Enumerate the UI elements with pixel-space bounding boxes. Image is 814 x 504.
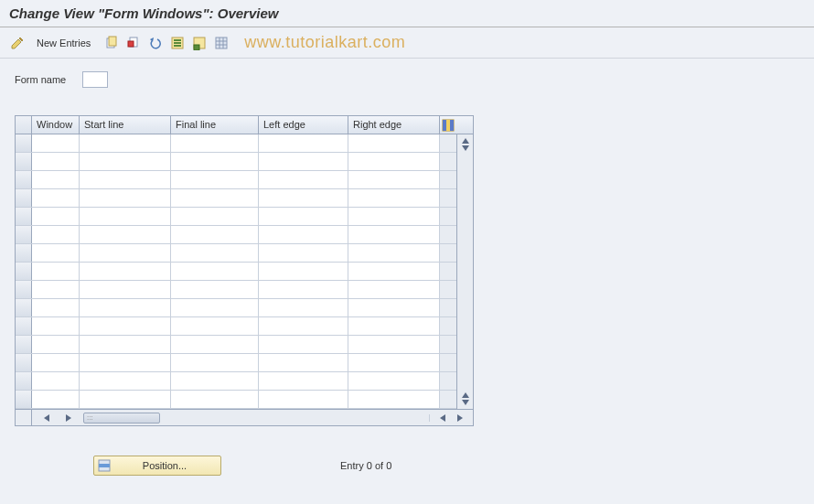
cell-final-line[interactable]: [171, 299, 259, 316]
cell-final-line[interactable]: [171, 317, 259, 335]
cell-right-edge[interactable]: [348, 263, 440, 280]
row-handle[interactable]: [16, 134, 32, 152]
cell-window[interactable]: [32, 263, 80, 280]
copy-icon[interactable]: [103, 35, 120, 51]
cell-right-edge[interactable]: [348, 189, 440, 207]
cell-left-edge[interactable]: [259, 281, 348, 298]
cell-left-edge[interactable]: [259, 317, 348, 335]
column-header-start-line[interactable]: Start line: [80, 116, 171, 134]
table-row[interactable]: [16, 208, 456, 226]
cell-left-edge[interactable]: [259, 391, 348, 408]
column-header-right-edge[interactable]: Right edge: [348, 116, 440, 134]
row-handle[interactable]: [16, 354, 32, 371]
cell-window[interactable]: [32, 134, 80, 152]
scroll-down-bottom-icon[interactable]: [462, 400, 469, 405]
cell-final-line[interactable]: [171, 263, 259, 280]
select-all-handle[interactable]: [16, 116, 32, 134]
form-name-input[interactable]: [82, 71, 108, 88]
cell-window[interactable]: [32, 354, 80, 371]
row-handle[interactable]: [16, 153, 32, 170]
row-handle[interactable]: [16, 372, 32, 390]
column-header-left-edge[interactable]: Left edge: [259, 116, 348, 134]
cell-right-edge[interactable]: [348, 226, 440, 243]
column-header-window[interactable]: Window: [32, 116, 80, 134]
cell-window[interactable]: [32, 281, 80, 298]
cell-final-line[interactable]: [171, 153, 259, 170]
cell-window[interactable]: [32, 336, 80, 353]
cell-left-edge[interactable]: [259, 171, 348, 188]
cell-start-line[interactable]: [80, 153, 171, 170]
cell-start-line[interactable]: [80, 134, 171, 152]
cell-window[interactable]: [32, 153, 80, 170]
row-handle[interactable]: [16, 336, 32, 353]
cell-right-edge[interactable]: [348, 317, 440, 335]
cell-right-edge[interactable]: [348, 299, 440, 316]
cell-final-line[interactable]: [171, 134, 259, 152]
table-row[interactable]: [16, 226, 456, 244]
cell-window[interactable]: [32, 391, 80, 408]
cell-right-edge[interactable]: [348, 153, 440, 170]
cell-final-line[interactable]: [171, 171, 259, 188]
cell-right-edge[interactable]: [348, 244, 440, 262]
scroll-down-icon[interactable]: [462, 145, 469, 151]
delete-icon[interactable]: [125, 35, 142, 51]
hscroll-thumb[interactable]: :::: [83, 413, 160, 424]
change-icon[interactable]: [9, 35, 26, 51]
cell-window[interactable]: [32, 372, 80, 390]
row-handle[interactable]: [16, 391, 32, 408]
cell-start-line[interactable]: [80, 317, 171, 335]
cell-right-edge[interactable]: [348, 336, 440, 353]
hscroll-last-icon[interactable]: [457, 414, 463, 422]
new-entries-button[interactable]: New Entries: [31, 36, 96, 50]
cell-start-line[interactable]: [80, 354, 171, 371]
cell-final-line[interactable]: [171, 226, 259, 243]
cell-left-edge[interactable]: [259, 134, 348, 152]
cell-start-line[interactable]: [80, 391, 171, 408]
table-row[interactable]: [16, 153, 456, 171]
cell-right-edge[interactable]: [348, 372, 440, 390]
cell-start-line[interactable]: [80, 336, 171, 353]
row-handle[interactable]: [16, 244, 32, 262]
cell-start-line[interactable]: [80, 189, 171, 207]
cell-right-edge[interactable]: [348, 171, 440, 188]
cell-start-line[interactable]: [80, 208, 171, 225]
scroll-up-bottom-icon[interactable]: [462, 392, 469, 398]
select-all-icon[interactable]: [169, 35, 186, 51]
cell-left-edge[interactable]: [259, 244, 348, 262]
vertical-scrollbar[interactable]: [456, 134, 473, 409]
cell-left-edge[interactable]: [259, 226, 348, 243]
cell-left-edge[interactable]: [259, 153, 348, 170]
cell-window[interactable]: [32, 226, 80, 243]
horizontal-scrollbar[interactable]: :::: [16, 409, 473, 425]
cell-left-edge[interactable]: [259, 372, 348, 390]
row-handle[interactable]: [16, 171, 32, 188]
cell-final-line[interactable]: [171, 336, 259, 353]
cell-start-line[interactable]: [80, 263, 171, 280]
cell-start-line[interactable]: [80, 372, 171, 390]
column-header-final-line[interactable]: Final line: [171, 116, 259, 134]
row-handle[interactable]: [16, 263, 32, 280]
cell-final-line[interactable]: [171, 208, 259, 225]
cell-left-edge[interactable]: [259, 208, 348, 225]
cell-window[interactable]: [32, 208, 80, 225]
cell-right-edge[interactable]: [348, 208, 440, 225]
cell-final-line[interactable]: [171, 372, 259, 390]
hscroll-first-icon[interactable]: [44, 414, 49, 422]
cell-right-edge[interactable]: [348, 354, 440, 371]
table-row[interactable]: [16, 134, 456, 153]
deselect-all-icon[interactable]: [191, 35, 208, 51]
cell-start-line[interactable]: [80, 226, 171, 243]
cell-right-edge[interactable]: [348, 391, 440, 408]
cell-left-edge[interactable]: [259, 336, 348, 353]
scroll-up-icon[interactable]: [462, 138, 469, 144]
cell-left-edge[interactable]: [259, 263, 348, 280]
hscroll-step-right-icon[interactable]: [66, 414, 71, 422]
undo-icon[interactable]: [147, 35, 164, 51]
cell-final-line[interactable]: [171, 354, 259, 371]
cell-window[interactable]: [32, 171, 80, 188]
row-handle[interactable]: [16, 281, 32, 298]
table-row[interactable]: [16, 189, 456, 208]
cell-final-line[interactable]: [171, 244, 259, 262]
position-button[interactable]: Position...: [93, 456, 221, 476]
cell-final-line[interactable]: [171, 391, 259, 408]
